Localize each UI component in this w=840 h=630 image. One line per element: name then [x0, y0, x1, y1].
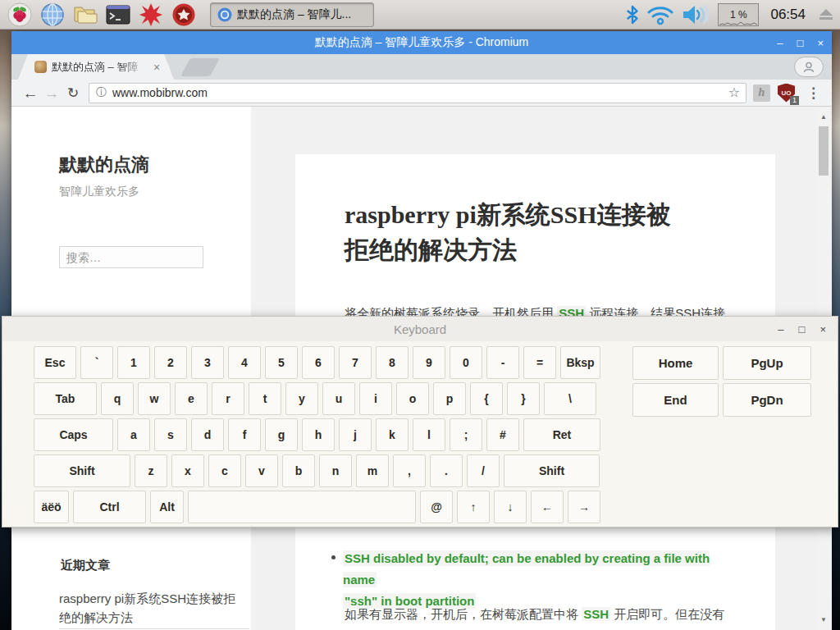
taskbar-window-button[interactable]: 默默的点滴 – 智障儿...	[210, 2, 374, 27]
key-h[interactable]: h	[302, 418, 335, 451]
ublock-origin-icon[interactable]: UO 1	[778, 84, 795, 103]
key-hash[interactable]: #	[486, 418, 519, 451]
key-shift[interactable]: Shift	[34, 454, 130, 487]
search-input[interactable]	[59, 246, 203, 268]
page-info-icon[interactable]: ⓘ	[96, 85, 107, 100]
key-d[interactable]: d	[191, 418, 224, 451]
key-5[interactable]: 5	[265, 346, 298, 379]
volume-icon[interactable]	[682, 4, 710, 25]
key-q[interactable]: q	[101, 382, 134, 415]
key-caps[interactable]: Caps	[34, 418, 113, 451]
keyboard-close-button[interactable]: ×	[819, 324, 826, 335]
paragraph-ssh-link[interactable]: SSH	[582, 607, 610, 621]
key-end[interactable]: End	[632, 383, 719, 417]
reload-button[interactable]: ↻	[62, 86, 84, 100]
key-brace-open[interactable]: {	[470, 382, 503, 415]
key-g[interactable]: g	[265, 418, 298, 451]
key-y[interactable]: y	[285, 382, 318, 415]
address-bar[interactable]: ⓘ www.mobibrw.com ☆	[89, 83, 746, 103]
key-brace-close[interactable]: }	[507, 382, 540, 415]
key-w[interactable]: w	[138, 382, 171, 415]
browser-tab[interactable]: 默默的点滴 – 智障 ×	[18, 54, 174, 80]
wifi-icon[interactable]	[647, 4, 673, 25]
key-1[interactable]: 1	[117, 346, 150, 379]
key-a[interactable]: a	[117, 418, 150, 451]
forward-button[interactable]: →	[41, 85, 62, 101]
key-esc[interactable]: Esc	[34, 346, 76, 379]
key-2[interactable]: 2	[154, 346, 187, 379]
key-pgup[interactable]: PgUp	[723, 346, 811, 380]
browser-menu-icon[interactable]: ⋮	[803, 84, 824, 102]
key-backslash[interactable]: \	[544, 382, 596, 415]
key-c[interactable]: c	[208, 454, 241, 487]
key-period[interactable]: .	[430, 454, 463, 487]
key-f[interactable]: f	[228, 418, 261, 451]
key-bksp[interactable]: Bksp	[560, 346, 600, 379]
scroll-down-icon[interactable]: ▼	[817, 616, 830, 623]
key-8[interactable]: 8	[376, 346, 409, 379]
scroll-up-icon[interactable]: ▲	[817, 113, 830, 121]
bookmark-star-icon[interactable]: ☆	[728, 86, 740, 99]
new-tab-button[interactable]	[180, 58, 220, 76]
minimize-button[interactable]: –	[777, 38, 783, 48]
key-e[interactable]: e	[175, 382, 208, 415]
key-arrow-down[interactable]: ↓	[494, 491, 527, 523]
key-9[interactable]: 9	[413, 346, 445, 379]
key-arrow-up[interactable]: ↑	[457, 491, 490, 523]
key-space[interactable]	[188, 491, 416, 523]
key-t[interactable]: t	[249, 382, 281, 415]
key-o[interactable]: o	[396, 382, 429, 415]
key-s[interactable]: s	[154, 418, 187, 451]
key-slash[interactable]: /	[467, 454, 500, 487]
back-button[interactable]: ←	[20, 85, 41, 101]
key-v[interactable]: v	[245, 454, 278, 487]
recent-post-link[interactable]: raspberry pi新系统SSH连接被拒 绝的解决方法	[59, 589, 258, 627]
cpu-monitor[interactable]: 1 %	[718, 3, 759, 26]
key-u[interactable]: u	[322, 382, 355, 415]
wolfram-icon[interactable]	[169, 2, 199, 28]
key-j[interactable]: j	[339, 418, 372, 451]
key-ret[interactable]: Ret	[523, 418, 600, 451]
key-pgdn[interactable]: PgDn	[723, 383, 811, 417]
key-backtick[interactable]: `	[80, 346, 113, 379]
key-comma[interactable]: ,	[393, 454, 426, 487]
key-z[interactable]: z	[135, 454, 167, 487]
key-n[interactable]: n	[319, 454, 352, 487]
key-i[interactable]: i	[359, 382, 392, 415]
key-0[interactable]: 0	[450, 346, 482, 379]
key-semicolon[interactable]: ;	[450, 418, 482, 451]
key-ctrl[interactable]: Ctrl	[73, 491, 146, 523]
tab-close-icon[interactable]: ×	[153, 61, 160, 74]
key-accents[interactable]: äëö	[34, 491, 69, 523]
key-7[interactable]: 7	[339, 346, 372, 379]
key-m[interactable]: m	[356, 454, 389, 487]
key-r[interactable]: r	[212, 382, 244, 415]
profile-button[interactable]	[794, 57, 824, 77]
keyboard-maximize-button[interactable]: □	[799, 324, 806, 335]
key-alt[interactable]: Alt	[150, 491, 184, 523]
key-l[interactable]: l	[413, 418, 445, 451]
key-4[interactable]: 4	[228, 346, 261, 379]
key-6[interactable]: 6	[302, 346, 335, 379]
close-button[interactable]: ×	[817, 38, 824, 48]
key-home[interactable]: Home	[632, 346, 719, 380]
scrollbar-thumb[interactable]	[819, 126, 829, 176]
key-shift[interactable]: Shift	[504, 454, 600, 487]
key-arrow-right[interactable]: →	[568, 491, 600, 523]
key-p[interactable]: p	[433, 382, 466, 415]
bluetooth-icon[interactable]	[626, 5, 639, 25]
maximize-button[interactable]: □	[797, 38, 804, 48]
key-at[interactable]: @	[420, 491, 453, 523]
extension-h-icon[interactable]: h	[753, 84, 770, 102]
key-k[interactable]: k	[376, 418, 409, 451]
file-manager-icon[interactable]	[71, 2, 100, 28]
key-tab[interactable]: Tab	[34, 382, 97, 415]
key-minus[interactable]: -	[486, 346, 519, 379]
terminal-icon[interactable]	[103, 2, 133, 28]
key-equals[interactable]: =	[523, 346, 556, 379]
menu-raspberry-icon[interactable]	[5, 2, 34, 28]
key-x[interactable]: x	[171, 454, 204, 487]
site-title[interactable]: 默默的点滴	[59, 153, 149, 177]
web-browser-globe-icon[interactable]	[38, 2, 67, 28]
key-3[interactable]: 3	[191, 346, 224, 379]
